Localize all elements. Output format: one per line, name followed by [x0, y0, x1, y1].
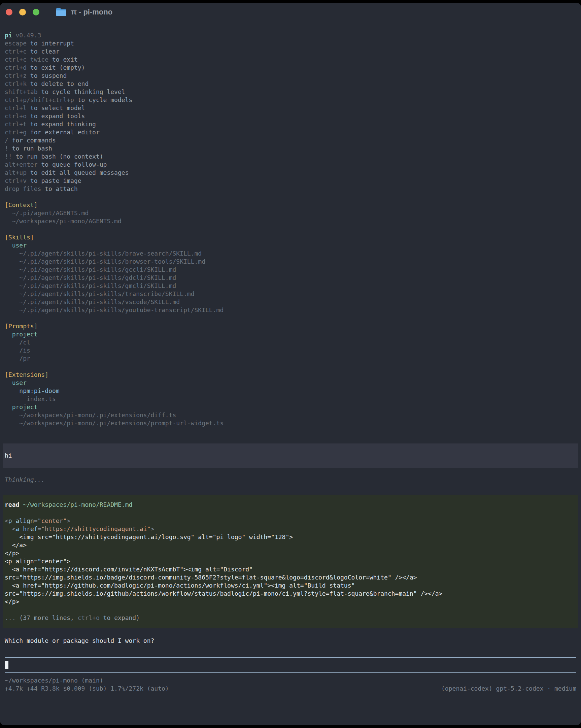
extension-line: index.ts: [5, 395, 576, 403]
skills-section: [Skills] user ~/.pi/agent/skills/pi-skil…: [5, 233, 576, 314]
close-button[interactable]: [6, 9, 12, 16]
help-line: ctrl+k to delete to end: [5, 80, 576, 88]
context-section: [Context] ~/.pi/agent/AGENTS.md ~/worksp…: [5, 201, 576, 225]
traffic-lights: [0, 9, 39, 16]
tool-output-line: [5, 606, 576, 614]
tool-output-line: </a>: [5, 541, 576, 549]
help-line: drop files to attach: [5, 185, 576, 193]
terminal-window: π - pi-mono pi v0.49.3escape to interrup…: [0, 3, 581, 725]
help-line: ctrl+l to select model: [5, 104, 576, 112]
user-message-panel: hi: [3, 443, 578, 468]
skill-line: ~/.pi/agent/skills/pi-skills/gmcli/SKILL…: [5, 282, 576, 290]
help-line: ctrl+z to suspend: [5, 72, 576, 80]
zoom-button[interactable]: [33, 9, 39, 16]
user-message-text: hi: [5, 451, 576, 460]
help-line: ctrl+p/shift+ctrl+p to cycle models: [5, 96, 576, 104]
skill-line: ~/.pi/agent/skills/pi-skills/gdcli/SKILL…: [5, 274, 576, 282]
extension-line: [Extensions]: [5, 371, 576, 379]
help-line: ctrl+d to exit (empty): [5, 63, 576, 72]
skill-line: ~/.pi/agent/skills/pi-skills/transcribe/…: [5, 290, 576, 298]
help-line: ctrl+v to paste image: [5, 177, 576, 185]
tool-output-line: </p>: [5, 598, 576, 606]
skill-line: ~/.pi/agent/skills/pi-skills/gccli/SKILL…: [5, 266, 576, 274]
prompt-line: project: [5, 330, 576, 338]
extension-line: user: [5, 379, 576, 387]
window-title: π - pi-mono: [71, 3, 112, 22]
thinking-indicator: Thinking...: [5, 476, 576, 484]
usage-stats: ↑4.7k ↓44 R3.8k $0.009 (sub) 1.7%/272k (…: [5, 684, 169, 693]
skill-line: ~/.pi/agent/skills/pi-skills/vscode/SKIL…: [5, 298, 576, 306]
folder-icon: [56, 7, 67, 17]
help-line: alt+up to edit all queued messages: [5, 169, 576, 177]
tool-output-line: [5, 509, 576, 517]
help-line: !! to run bash (no context): [5, 153, 576, 161]
help-line: shift+tab to cycle thinking level: [5, 88, 576, 96]
tool-output-line: <p align="center">: [5, 517, 576, 525]
tool-output-line: <a href="https://github.com/badlogic/pi-…: [5, 581, 576, 590]
help-line: ctrl+g for external editor: [5, 128, 576, 136]
skill-line: ~/.pi/agent/skills/pi-skills/brave-searc…: [5, 250, 576, 258]
assistant-message: Which module or package should I work on…: [5, 637, 576, 645]
help-line: ctrl+t to expand thinking: [5, 120, 576, 128]
help-line: ! to run bash: [5, 145, 576, 153]
tool-output-line: src="https://img.shields.io/github/actio…: [5, 590, 576, 598]
cwd-branch: ~/workspaces/pi-mono (main): [5, 676, 103, 684]
help-line: escape to interrupt: [5, 40, 576, 48]
tool-read-panel: read ~/workspaces/pi-mono/README.md <p a…: [3, 495, 578, 628]
status-bar: ~/workspaces/pi-mono (main) ↑4.7k ↓44 R3…: [5, 676, 576, 693]
text-cursor: [5, 661, 8, 669]
tool-output-line: <a href="https://shittycodingagent.ai">: [5, 525, 576, 533]
model-info: (openai-codex) gpt-5.2-codex · medium: [441, 684, 576, 693]
help-line: / for commands: [5, 136, 576, 145]
help-line: ctrl+c to clear: [5, 48, 576, 56]
context-line: ~/.pi/agent/AGENTS.md: [5, 209, 576, 217]
prompts-section: [Prompts] project /cl /is /pr: [5, 322, 576, 363]
skill-line: ~/.pi/agent/skills/pi-skills/browser-too…: [5, 258, 576, 266]
extension-line: project: [5, 403, 576, 411]
extension-line: ~/workspaces/pi-mono/.pi/extensions/prom…: [5, 419, 576, 427]
prompt-line: /is: [5, 346, 576, 355]
tool-output-line: <p align="center">: [5, 557, 576, 565]
help-line: pi v0.49.3: [5, 31, 576, 40]
tool-output-line: src="https://img.shields.io/badge/discor…: [5, 573, 576, 581]
prompt-line: /cl: [5, 338, 576, 346]
status-row-usage: ↑4.7k ↓44 R3.8k $0.009 (sub) 1.7%/272k (…: [5, 684, 576, 693]
status-row-cwd: ~/workspaces/pi-mono (main): [5, 676, 576, 684]
titlebar: π - pi-mono: [0, 3, 581, 22]
help-line: alt+enter to queue follow-up: [5, 161, 576, 169]
skill-line: [Skills]: [5, 233, 576, 241]
extension-line: ~/workspaces/pi-mono/.pi/extensions/diff…: [5, 411, 576, 419]
tool-output-line: <a href="https://discord.com/invite/nKXT…: [5, 565, 576, 573]
context-line: ~/workspaces/pi-mono/AGENTS.md: [5, 217, 576, 225]
help-block: pi v0.49.3escape to interruptctrl+c to c…: [5, 31, 576, 193]
help-line: ctrl+o to expand tools: [5, 112, 576, 120]
minimize-button[interactable]: [19, 9, 26, 16]
tool-output-line: </p>: [5, 549, 576, 557]
prompt-input[interactable]: [5, 657, 576, 673]
help-line: ctrl+c twice to exit: [5, 56, 576, 63]
skill-line: user: [5, 241, 576, 250]
tool-output-line: <img src="https://shittycodingagent.ai/l…: [5, 533, 576, 541]
prompt-line: [Prompts]: [5, 322, 576, 330]
extensions-section: [Extensions] user npm:pi-doom index.ts p…: [5, 371, 576, 427]
tool-output-line: read ~/workspaces/pi-mono/README.md: [5, 501, 576, 509]
context-line: [Context]: [5, 201, 576, 209]
tool-output-line: ... (37 more lines, ctrl+o to expand): [5, 614, 576, 622]
prompt-line: /pr: [5, 355, 576, 363]
extension-line: npm:pi-doom: [5, 387, 576, 395]
terminal-content: pi v0.49.3escape to interruptctrl+c to c…: [0, 31, 581, 693]
skill-line: ~/.pi/agent/skills/pi-skills/youtube-tra…: [5, 306, 576, 314]
